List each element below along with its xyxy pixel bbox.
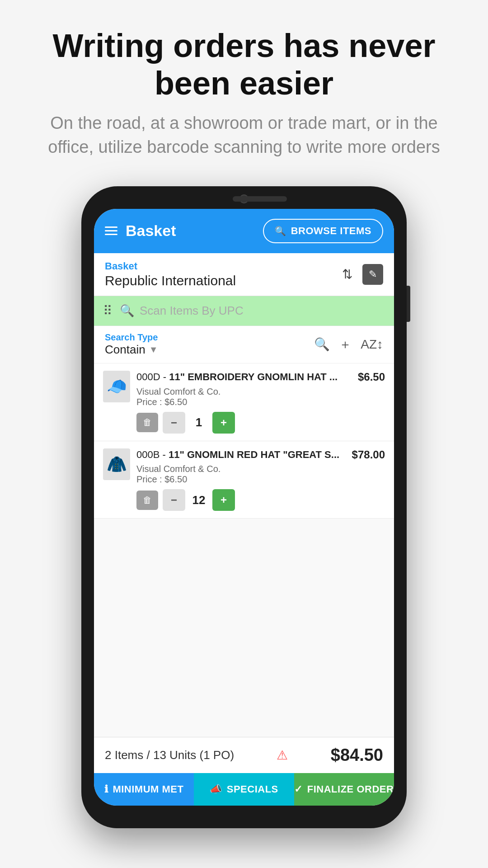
browse-search-icon: 🔍 — [275, 226, 286, 236]
search-type-label: Search Type — [105, 332, 314, 343]
phone-screen: Basket 🔍 BROWSE ITEMS Basket Republic In… — [94, 209, 394, 806]
pencil-icon: ✎ — [369, 269, 377, 280]
item-content-1: 000D - 11" EMBROIDERY GNOMLIN HAT ... $6… — [136, 371, 385, 434]
specials-button[interactable]: 📣 SPECIALS — [194, 773, 294, 806]
search-type-value[interactable]: Contain ▼ — [105, 343, 314, 363]
customer-label: Basket — [105, 260, 339, 272]
scan-input-wrap: 🔍 Scan Items By UPC — [120, 304, 385, 318]
search-type-actions: 🔍 ＋ AZ↕ — [314, 336, 383, 359]
item-list: 🧢 000D - 11" EMBROIDERY GNOMLIN HAT ... … — [94, 363, 394, 737]
item-title-row-1: 000D - 11" EMBROIDERY GNOMLIN HAT ... $6… — [136, 371, 385, 384]
summary-text: 2 Items / 13 Units (1 PO) — [105, 748, 234, 762]
scan-bar[interactable]: ⠿ 🔍 Scan Items By UPC — [94, 296, 394, 326]
minimum-met-label: MINIMUM MET — [113, 783, 183, 795]
total-amount: $84.50 — [331, 745, 383, 765]
order-summary: 2 Items / 13 Units (1 PO) ⚠ $84.50 — [94, 737, 394, 773]
browse-items-label: BROWSE ITEMS — [291, 225, 371, 237]
item-controls-1: 🗑 − 1 + — [136, 412, 385, 434]
item-thumbnail-1: 🧢 — [103, 371, 130, 402]
item-unit-price-2: Price : $6.50 — [136, 474, 385, 485]
main-subtitle: On the road, at a showroom or trade mart… — [36, 111, 452, 159]
item-total-1: $6.50 — [358, 371, 385, 383]
table-row: 🧥 000B - 11" GNOMLIN RED HAT "GREAT S...… — [94, 441, 394, 519]
phone-side-button — [407, 286, 410, 322]
item-vendor-1: Visual Comfort & Co. — [136, 387, 385, 397]
chevron-down-icon: ▼ — [149, 344, 158, 355]
check-icon: ✓ — [294, 783, 303, 795]
delete-button-2[interactable]: 🗑 — [136, 491, 158, 510]
table-row: 🧢 000D - 11" EMBROIDERY GNOMLIN HAT ... … — [94, 363, 394, 441]
decrement-button-2[interactable]: − — [163, 489, 185, 511]
app-bar-left: Basket — [105, 222, 176, 240]
item-vendor-2: Visual Comfort & Co. — [136, 464, 385, 474]
app-bar-title: Basket — [126, 222, 176, 240]
item-unit-price-1: Price : $6.50 — [136, 397, 385, 407]
item-controls-2: 🗑 − 12 + — [136, 489, 385, 511]
page-header: Writing orders has never been easier On … — [0, 0, 488, 168]
browse-items-button[interactable]: 🔍 BROWSE ITEMS — [263, 219, 383, 243]
compare-button[interactable]: ⇅ — [339, 264, 355, 284]
item-content-2: 000B - 11" GNOMLIN RED HAT "GREAT S... $… — [136, 448, 385, 511]
search-type-left: Search Type Contain ▼ — [105, 332, 314, 363]
add-icon[interactable]: ＋ — [339, 336, 352, 353]
finalize-label: FINALIZE ORDER — [307, 783, 394, 795]
customer-info: Basket Republic International — [105, 260, 339, 288]
increment-button-1[interactable]: + — [212, 412, 235, 434]
scan-search-icon: 🔍 — [120, 304, 134, 318]
quantity-2: 12 — [190, 493, 208, 507]
minimum-met-button[interactable]: ℹ MINIMUM MET — [94, 773, 194, 806]
item-thumbnail-2: 🧥 — [103, 448, 130, 480]
increment-button-2[interactable]: + — [212, 489, 235, 511]
customer-name: Republic International — [105, 273, 339, 288]
customer-actions: ⇅ ✎ — [339, 264, 383, 285]
warning-icon: ⚠ — [277, 748, 288, 763]
phone-speaker — [233, 196, 287, 202]
decrement-button-1[interactable]: − — [163, 412, 185, 434]
app-bar: Basket 🔍 BROWSE ITEMS — [94, 209, 394, 253]
quantity-1: 1 — [190, 415, 208, 429]
info-icon: ℹ — [104, 783, 108, 795]
item-title-row-2: 000B - 11" GNOMLIN RED HAT "GREAT S... $… — [136, 448, 385, 462]
scan-placeholder: Scan Items By UPC — [140, 304, 244, 318]
item-total-2: $78.00 — [352, 448, 385, 461]
search-type-row: Search Type Contain ▼ 🔍 ＋ AZ↕ — [94, 326, 394, 363]
search-type-text: Contain — [105, 343, 145, 357]
phone-shell: Basket 🔍 BROWSE ITEMS Basket Republic In… — [81, 186, 407, 828]
customer-bar: Basket Republic International ⇅ ✎ — [94, 253, 394, 296]
finalize-order-button[interactable]: ✓ FINALIZE ORDER — [294, 773, 394, 806]
search-icon[interactable]: 🔍 — [314, 337, 330, 352]
edit-button[interactable]: ✎ — [362, 264, 383, 285]
delete-button-1[interactable]: 🗑 — [136, 413, 158, 432]
item-title-2: 000B - 11" GNOMLIN RED HAT "GREAT S... — [136, 448, 352, 462]
grid-icon[interactable]: ⠿ — [103, 303, 113, 318]
item-title-1: 000D - 11" EMBROIDERY GNOMLIN HAT ... — [136, 371, 358, 384]
main-headline: Writing orders has never been easier — [36, 27, 452, 102]
hamburger-menu-icon[interactable] — [105, 226, 117, 235]
compare-icon: ⇅ — [342, 267, 352, 281]
specials-label: SPECIALS — [227, 783, 278, 795]
sort-icon[interactable]: AZ↕ — [361, 337, 383, 352]
megaphone-icon: 📣 — [210, 783, 222, 795]
bottom-action-bar: ℹ MINIMUM MET 📣 SPECIALS ✓ FINALIZE ORDE… — [94, 773, 394, 806]
